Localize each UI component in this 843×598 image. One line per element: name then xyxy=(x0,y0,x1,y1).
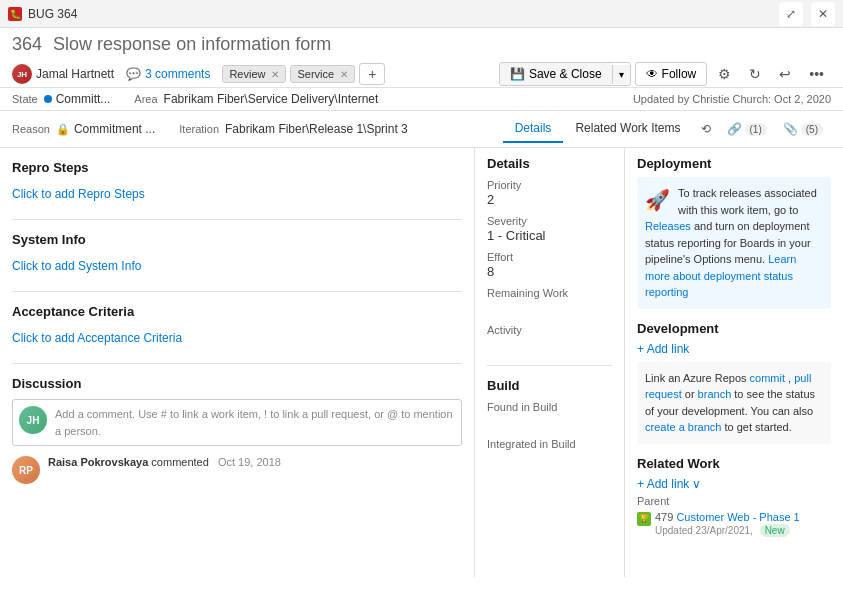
updated-by: Updated by Christie Church: Oct 2, 2020 xyxy=(633,93,831,105)
deployment-info-box: 🚀 To track releases associated with this… xyxy=(637,177,831,309)
tab-review[interactable]: Review ✕ xyxy=(222,65,286,83)
branch-link[interactable]: branch xyxy=(698,388,732,400)
comment-icon: 💬 xyxy=(126,67,141,81)
related-work-add-link[interactable]: + Add link ∨ xyxy=(637,477,831,491)
reason-label: Reason xyxy=(12,123,50,135)
related-work-number: 479 xyxy=(655,511,673,523)
system-info-heading: System Info xyxy=(12,232,462,247)
activity-value[interactable] xyxy=(487,337,612,353)
title-bar: 🐛 BUG 364 ⤢ ✕ xyxy=(0,0,843,28)
iteration-field: Iteration Fabrikam Fiber\Release 1\Sprin… xyxy=(179,122,408,136)
save-dropdown-button[interactable]: ▾ xyxy=(612,65,630,84)
related-work-title-link[interactable]: Customer Web - Phase 1 xyxy=(676,511,799,523)
reason-value[interactable]: 🔒 Commitment ... xyxy=(56,122,155,136)
related-work-heading: Related Work xyxy=(637,456,831,471)
related-work-icon: 🏆 xyxy=(637,512,651,526)
integrated-in-build-value[interactable] xyxy=(487,451,612,467)
work-item-title-text: Slow response on information form xyxy=(53,34,331,54)
history-icon: ⟲ xyxy=(701,122,711,136)
discussion-input-row[interactable]: JH Add a comment. Use # to link a work i… xyxy=(12,399,462,446)
activity-label: Activity xyxy=(487,324,612,336)
dev-text5: to get started. xyxy=(725,421,792,433)
tab-details[interactable]: Details xyxy=(503,115,564,143)
area-field: Area Fabrikam Fiber\Service Delivery\Int… xyxy=(134,92,378,106)
releases-link[interactable]: Releases xyxy=(645,220,691,232)
author-name: Jamal Hartnett xyxy=(36,67,114,81)
tab-service[interactable]: Service ✕ xyxy=(290,65,355,83)
save-close-main[interactable]: 💾 Save & Close xyxy=(500,63,612,85)
comment-row: RP Raisa Pokrovskaya commented Oct 19, 2… xyxy=(12,456,462,484)
related-work-item: 🏆 479 Customer Web - Phase 1 Updated 23/… xyxy=(637,511,831,536)
divider-3 xyxy=(12,363,462,364)
remaining-work-label: Remaining Work xyxy=(487,287,612,299)
discussion-input[interactable]: Add a comment. Use # to link a work item… xyxy=(55,406,455,439)
deployment-text: To track releases associated with this w… xyxy=(678,187,817,216)
dev-text: Link an Azure Repos xyxy=(645,372,747,384)
right-panel: Deployment 🚀 To track releases associate… xyxy=(625,148,843,577)
tab-attachments[interactable]: 📎 (5) xyxy=(775,116,831,142)
system-info-input[interactable]: Click to add System Info xyxy=(12,253,462,279)
state-dot xyxy=(44,95,52,103)
comments-link[interactable]: 💬 3 comments xyxy=(126,67,210,81)
tab-review-close[interactable]: ✕ xyxy=(271,69,279,80)
deployment-icon: 🚀 xyxy=(645,185,670,215)
middle-panel: Details Priority 2 Severity 1 - Critical… xyxy=(475,148,625,577)
tab-related-work[interactable]: Related Work Items xyxy=(563,115,692,143)
effort-value[interactable]: 8 xyxy=(487,264,612,279)
author-chip: JH Jamal Hartnett xyxy=(12,64,114,84)
left-panel: Repro Steps Click to add Repro Steps Sys… xyxy=(0,148,475,577)
repro-steps-heading: Repro Steps xyxy=(12,160,462,175)
comment-action: commented xyxy=(151,456,208,468)
severity-value[interactable]: 1 - Critical xyxy=(487,228,612,243)
divider-1 xyxy=(12,219,462,220)
author-avatar: JH xyxy=(12,64,32,84)
effort-label: Effort xyxy=(487,251,612,263)
meta-row-2: Reason 🔒 Commitment ... Iteration Fabrik… xyxy=(0,111,843,148)
related-work-meta: Updated 23/Apr/2021, New xyxy=(655,525,800,536)
follow-button[interactable]: 👁 Follow xyxy=(635,62,708,86)
acceptance-criteria-heading: Acceptance Criteria xyxy=(12,304,462,319)
acceptance-criteria-input[interactable]: Click to add Acceptance Criteria xyxy=(12,325,462,351)
dev-text3: or xyxy=(685,388,698,400)
state-value[interactable]: Committ... xyxy=(44,92,111,106)
follow-icon: 👁 xyxy=(646,67,658,81)
tabs-row: JH Jamal Hartnett 💬 3 comments Review ✕ … xyxy=(12,61,831,87)
refresh-button[interactable]: ↻ xyxy=(742,61,768,87)
settings-button[interactable]: ⚙ xyxy=(711,61,738,87)
repro-steps-input[interactable]: Click to add Repro Steps xyxy=(12,181,462,207)
expand-button[interactable]: ⤢ xyxy=(779,2,803,26)
build-divider xyxy=(487,365,612,366)
add-tab-button[interactable]: + xyxy=(359,63,385,85)
dev-add-link[interactable]: + Add link xyxy=(637,342,831,356)
comment-date: Oct 19, 2018 xyxy=(218,456,281,468)
commit-link[interactable]: commit xyxy=(750,372,785,384)
section-tabs: Details Related Work Items ⟲ 🔗 (1) 📎 (5) xyxy=(503,115,831,143)
deployment-heading: Deployment xyxy=(637,156,831,171)
tab-history[interactable]: ⟲ xyxy=(693,116,719,142)
undo-button[interactable]: ↩ xyxy=(772,61,798,87)
comment-meta: Raisa Pokrovskaya commented Oct 19, 2018 xyxy=(48,456,281,468)
title-bar-text: BUG 364 xyxy=(28,7,77,21)
more-button[interactable]: ••• xyxy=(802,61,831,87)
found-in-build-value[interactable] xyxy=(487,414,612,430)
development-info-box: Link an Azure Repos commit , pull reques… xyxy=(637,362,831,444)
discussion-heading: Discussion xyxy=(12,376,462,391)
tab-service-close[interactable]: ✕ xyxy=(340,69,348,80)
attachment-icon: 📎 xyxy=(783,122,798,136)
bug-icon: 🐛 xyxy=(8,7,22,21)
current-user-avatar: JH xyxy=(19,406,47,434)
priority-value[interactable]: 2 xyxy=(487,192,612,207)
comments-count: 3 comments xyxy=(145,67,210,81)
create-branch-link[interactable]: create a branch xyxy=(645,421,721,433)
iteration-label: Iteration xyxy=(179,123,219,135)
save-close-button[interactable]: 💾 Save & Close ▾ xyxy=(499,62,631,86)
remaining-work-value[interactable] xyxy=(487,300,612,316)
area-value[interactable]: Fabrikam Fiber\Service Delivery\Internet xyxy=(164,92,379,106)
commenter-name: Raisa Pokrovskaya xyxy=(48,456,148,468)
close-window-button[interactable]: ✕ xyxy=(811,2,835,26)
tab-links[interactable]: 🔗 (1) xyxy=(719,116,775,142)
development-heading: Development xyxy=(637,321,831,336)
iteration-value[interactable]: Fabrikam Fiber\Release 1\Sprint 3 xyxy=(225,122,408,136)
state-label: State xyxy=(12,93,38,105)
area-label: Area xyxy=(134,93,157,105)
